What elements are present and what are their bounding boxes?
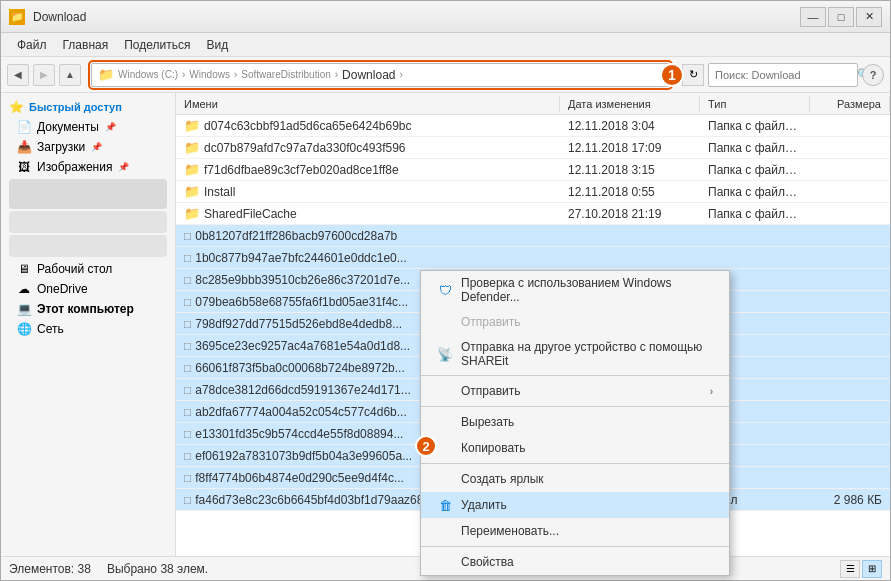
file-type: Папка с файлами: [700, 141, 810, 155]
close-button[interactable]: ✕: [856, 7, 882, 27]
menu-file[interactable]: Файл: [9, 36, 55, 54]
context-menu-item[interactable]: Отправить›: [421, 378, 729, 404]
ctx-item-label: Вырезать: [461, 415, 514, 429]
col-size-label: Размера: [837, 98, 881, 110]
col-date-label: Дата изменения: [568, 98, 651, 110]
sidebar-item-network[interactable]: 🌐 Сеть: [1, 319, 175, 339]
pin-icon-3: 📌: [118, 162, 129, 172]
sidebar-item-downloads[interactable]: 📥 Загрузки 📌: [1, 137, 175, 157]
file-name: 1b0c877b947ae7bfc244601e0ddc1e0...: [195, 251, 407, 265]
address-crumb-2[interactable]: SoftwareDistribution: [241, 69, 330, 80]
window-controls: — □ ✕: [800, 7, 882, 27]
star-icon: ⭐: [9, 100, 23, 114]
menu-home[interactable]: Главная: [55, 36, 117, 54]
maximize-button[interactable]: □: [828, 7, 854, 27]
view-details-button[interactable]: ☰: [840, 560, 860, 578]
file-date: 12.11.2018 17:09: [560, 141, 700, 155]
sidebar-item-images[interactable]: 🖼 Изображения 📌: [1, 157, 175, 177]
ctx-item-label: Отправка на другое устройство с помощью …: [461, 340, 713, 368]
sidebar-item-documents[interactable]: 📄 Документы 📌: [1, 117, 175, 137]
titlebar: 📁 Download — □ ✕: [1, 1, 890, 33]
search-box[interactable]: 🔍: [708, 63, 858, 87]
context-menu-item[interactable]: Создать ярлык: [421, 466, 729, 492]
file-name: fa46d73e8c23c6b6645bf4d03bf1d79aaz68...: [195, 493, 433, 507]
file-icon: □: [184, 471, 191, 485]
context-menu-item[interactable]: Копировать: [421, 435, 729, 461]
images-icon: 🖼: [17, 160, 31, 174]
view-list-button[interactable]: ⊞: [862, 560, 882, 578]
explorer-window: 📁 Download — □ ✕ Файл Главная Поделиться…: [0, 0, 891, 581]
sidebar-item-blurred-3[interactable]: [9, 235, 167, 257]
file-row[interactable]: □ 0b81207df21ff286bacb97600cd28a7b: [176, 225, 890, 247]
menubar: Файл Главная Поделиться Вид: [1, 33, 890, 57]
file-name-cell: 📁 f71d6dfbae89c3cf7eb020ad8ce1ff8e: [176, 162, 560, 177]
sidebar-item-onedrive[interactable]: ☁ OneDrive: [1, 279, 175, 299]
folder-icon: 📁: [184, 162, 200, 177]
sidebar-downloads-label: Загрузки: [37, 140, 85, 154]
sidebar-thispc-label: Этот компьютер: [37, 302, 134, 316]
context-menu-item[interactable]: 🛡Проверка с использованием Windows Defen…: [421, 271, 729, 309]
context-menu-item[interactable]: Переименовать...: [421, 518, 729, 544]
context-menu-item[interactable]: Вырезать: [421, 409, 729, 435]
ctx-item-label: Переименовать...: [461, 524, 559, 538]
trash-icon: 🗑: [437, 497, 453, 513]
file-row[interactable]: 📁 f71d6dfbae89c3cf7eb020ad8ce1ff8e 12.11…: [176, 159, 890, 181]
sidebar-documents-label: Документы: [37, 120, 99, 134]
context-menu-item[interactable]: 📡Отправка на другое устройство с помощью…: [421, 335, 729, 373]
file-name-cell: 📁 Install: [176, 184, 560, 199]
file-icon: □: [184, 273, 191, 287]
sidebar-item-desktop[interactable]: 🖥 Рабочий стол: [1, 259, 175, 279]
col-header-type[interactable]: Тип: [700, 96, 810, 112]
ctx-item-icon: [437, 523, 453, 539]
context-menu-item[interactable]: 🗑Удалить: [421, 492, 729, 518]
file-row[interactable]: 📁 SharedFileCache 27.10.2018 21:19 Папка…: [176, 203, 890, 225]
col-header-name[interactable]: Имени: [176, 96, 560, 112]
context-menu-item: Отправить: [421, 309, 729, 335]
status-selected: Выбрано 38 элем.: [107, 562, 208, 576]
documents-icon: 📄: [17, 120, 31, 134]
address-crumb-1[interactable]: Windows: [189, 69, 230, 80]
sidebar-quick-access-header[interactable]: ⭐ Быстрый доступ: [1, 97, 175, 117]
back-button[interactable]: ◀: [7, 64, 29, 86]
address-crumb-0[interactable]: Windows (C:): [118, 69, 178, 80]
ctx-separator: [421, 375, 729, 376]
file-type: Папка с файлами: [700, 185, 810, 199]
address-bar[interactable]: 📁 Windows (C:) › Windows › SoftwareDistr…: [91, 63, 670, 87]
col-header-size[interactable]: Размера: [810, 96, 890, 112]
minimize-button[interactable]: —: [800, 7, 826, 27]
file-date: 27.10.2018 21:19: [560, 207, 700, 221]
file-name: 079bea6b58e68755fa6f1bd05ae31f4c...: [195, 295, 408, 309]
file-icon: □: [184, 251, 191, 265]
folder-icon: 📁: [184, 206, 200, 221]
file-row[interactable]: □ 1b0c877b947ae7bfc244601e0ddc1e0...: [176, 247, 890, 269]
sidebar: ⭐ Быстрый доступ 📄 Документы 📌 📥 Загрузк…: [1, 93, 176, 556]
window-icon: 📁: [9, 9, 25, 25]
sidebar-desktop-label: Рабочий стол: [37, 262, 112, 276]
help-button[interactable]: ?: [862, 64, 884, 86]
sidebar-onedrive-label: OneDrive: [37, 282, 88, 296]
up-button[interactable]: ▲: [59, 64, 81, 86]
file-name: ef06192a7831073b9df5b04a3e99605a...: [195, 449, 412, 463]
sidebar-item-blurred-2[interactable]: [9, 211, 167, 233]
refresh-button[interactable]: ↻: [682, 64, 704, 86]
folder-icon: 📁: [184, 140, 200, 155]
sidebar-item-blurred-1[interactable]: [9, 179, 167, 209]
col-header-date[interactable]: Дата изменения: [560, 96, 700, 112]
search-input[interactable]: [715, 69, 853, 81]
file-type: Папка с файлами: [700, 163, 810, 177]
file-row[interactable]: 📁 d074c63cbbf91ad5d6ca65e6424b69bc 12.11…: [176, 115, 890, 137]
file-name-cell: □ 1b0c877b947ae7bfc244601e0ddc1e0...: [176, 251, 560, 265]
menu-share[interactable]: Поделиться: [116, 36, 198, 54]
address-crumb-3[interactable]: Download: [342, 68, 395, 82]
ctx-item-label: Создать ярлык: [461, 472, 544, 486]
file-row[interactable]: 📁 Install 12.11.2018 0:55 Папка с файлам…: [176, 181, 890, 203]
menu-view[interactable]: Вид: [198, 36, 236, 54]
sidebar-item-this-pc[interactable]: 💻 Этот компьютер: [1, 299, 175, 319]
shield-icon: 🛡: [437, 282, 453, 298]
file-icon: □: [184, 295, 191, 309]
file-row[interactable]: 📁 dc07b879afd7c97a7da330f0c493f596 12.11…: [176, 137, 890, 159]
forward-button[interactable]: ▶: [33, 64, 55, 86]
ctx-item-label: Отправить: [461, 384, 521, 398]
sidebar-images-label: Изображения: [37, 160, 112, 174]
context-menu-item[interactable]: Свойства: [421, 549, 729, 575]
